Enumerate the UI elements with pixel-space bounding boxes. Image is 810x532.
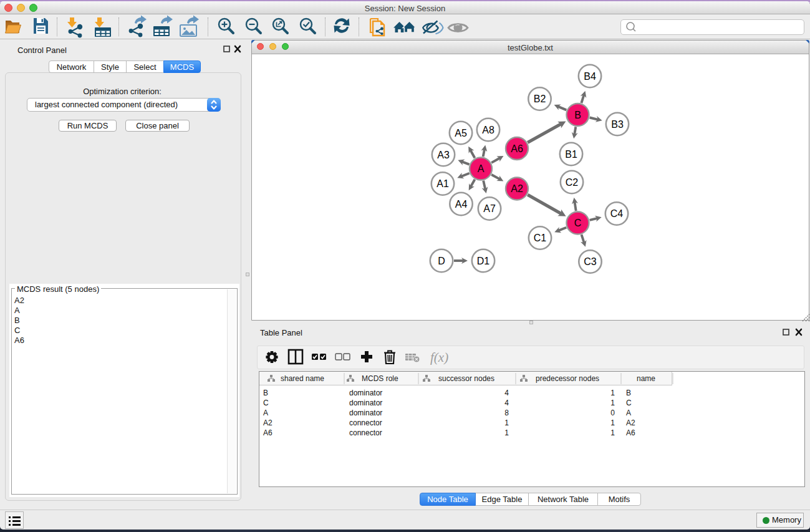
svg-text:D: D (438, 256, 445, 266)
svg-text:B: B (574, 110, 581, 120)
svg-text:A5: A5 (455, 128, 467, 138)
svg-text:B3: B3 (611, 119, 624, 130)
svg-text:f(x): f(x) (430, 350, 448, 365)
svg-text:B4: B4 (584, 71, 596, 82)
svg-text:A4: A4 (455, 199, 468, 210)
svg-text:A7: A7 (483, 203, 496, 214)
svg-text:B2: B2 (534, 94, 546, 104)
svg-text:A6: A6 (511, 143, 523, 154)
svg-text:C1: C1 (534, 233, 547, 243)
svg-text:A8: A8 (482, 125, 494, 135)
svg-text:A: A (478, 163, 485, 174)
svg-text:A2: A2 (511, 183, 523, 194)
svg-text:D1: D1 (477, 256, 490, 266)
svg-text:C4: C4 (610, 208, 624, 219)
svg-text:A3: A3 (437, 150, 450, 160)
svg-text:C3: C3 (584, 256, 597, 267)
svg-text:B1: B1 (565, 149, 577, 160)
svg-text:C: C (574, 218, 582, 228)
svg-text:C2: C2 (566, 177, 579, 188)
svg-text:A1: A1 (436, 178, 449, 189)
